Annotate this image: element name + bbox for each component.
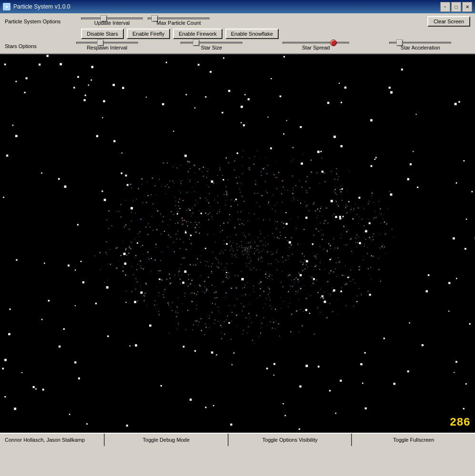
minimize-button[interactable]: − [440,2,450,12]
stars-options-label: Stars Options [5,43,52,49]
star-spread-slider[interactable] [283,42,349,44]
particle-counter: 286 [450,416,470,429]
update-interval-slider[interactable] [81,18,143,20]
app-icon: ✦ [3,3,10,10]
toggle-fullscreen-segment[interactable]: Toggle Fullscreen [352,434,475,446]
update-interval-group: Update Interval [81,18,143,26]
window-controls: − □ ✕ [440,2,472,12]
credits-segment: Connor Hollasch, Jason Stallkamp [0,434,105,446]
toggle-options-segment[interactable]: Toggle Options Visibility [229,434,353,446]
titlebar: ✦ Particle System v1.0.0 − □ ✕ [0,0,475,13]
options-row1: Particle System Options Update Interval … [5,16,470,27]
close-button[interactable]: ✕ [462,2,472,12]
enable-snowflake-button[interactable]: Enable Snowflake [225,29,279,39]
max-particle-count-group: Max Particle Count [148,18,210,26]
max-particle-count-slider[interactable] [148,18,210,20]
title-left: ✦ Particle System v1.0.0 [3,3,70,10]
star-size-label: Star Size [201,45,222,50]
clear-screen-button[interactable]: Clear Screen [427,16,470,27]
toggle-debug-segment[interactable]: Toggle Debug Mode [105,434,229,446]
update-interval-label: Update Interval [94,20,130,26]
enable-firework-button[interactable]: Enable Firework [173,29,222,39]
options-panel-label: Particle System Options [5,19,76,24]
toggle-fullscreen-label: Toggle Fullscreen [393,437,434,443]
star-spread-label: Star Spread [302,45,330,50]
max-particle-count-label: Max Particle Count [157,20,201,26]
toggle-options-label: Toggle Options Visibility [263,437,318,443]
star-size-slider[interactable] [181,42,243,44]
star-spread-group: Star Spread [266,42,366,50]
star-acceleration-label: Star Acceleration [401,45,440,50]
enable-firefly-button[interactable]: Enable Firefly [127,29,170,39]
particle-canvas[interactable] [0,54,475,433]
stars-options-row: Stars Options Respawn Interval Star Size… [5,42,470,50]
respawn-interval-slider[interactable] [76,42,138,44]
credits-text: Connor Hollasch, Jason Stallkamp [5,437,85,443]
star-size-group: Star Size [162,42,261,50]
toggle-debug-label: Toggle Debug Mode [143,437,190,443]
statusbar: Connor Hollasch, Jason Stallkamp Toggle … [0,433,475,446]
particle-canvas-container[interactable]: 286 [0,54,475,433]
star-acceleration-slider[interactable] [389,42,451,44]
star-acceleration-group: Star Acceleration [371,42,470,50]
respawn-interval-label: Respawn Interval [87,45,127,50]
disable-stars-button[interactable]: Disable Stars [81,29,124,39]
restore-button[interactable]: □ [451,2,461,12]
window-title: Particle System v1.0.0 [13,3,70,10]
mode-buttons-row: Disable Stars Enable Firefly Enable Fire… [81,29,470,39]
respawn-interval-group: Respawn Interval [57,42,157,50]
options-panel: Particle System Options Update Interval … [0,13,475,54]
